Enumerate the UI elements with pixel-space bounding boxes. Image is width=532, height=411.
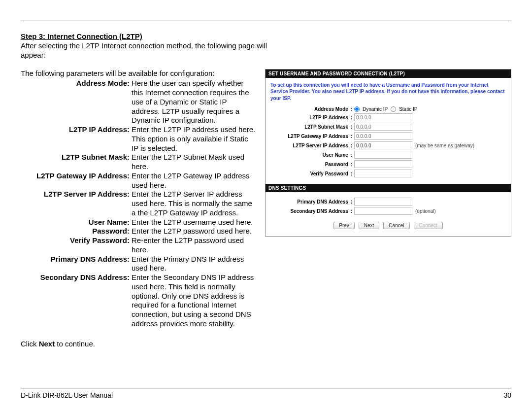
radio-static-ip[interactable] <box>391 106 396 112</box>
input-verify-password[interactable] <box>354 170 412 177</box>
radio-dynamic-ip[interactable] <box>354 106 360 112</box>
def-text-address-mode: Here the user can specify whether this I… <box>132 79 256 125</box>
right-column: SET USERNAME AND PASSWORD CONNECTION (L2… <box>265 69 511 349</box>
def-label-verify-password: Verify Password: <box>21 236 132 255</box>
input-password[interactable] <box>354 160 412 168</box>
row-l2tp-ip: L2TP IP Address : <box>270 113 506 121</box>
hint-optional: (optional) <box>415 208 436 214</box>
params-intro: The following parameters will be availab… <box>21 69 256 78</box>
input-username[interactable] <box>354 151 412 159</box>
connect-button: Connect <box>414 222 443 229</box>
row-verify-password: Verify Password : <box>270 170 506 177</box>
footer-left: D-Link DIR-862L User Manual <box>21 391 113 399</box>
footer-page-number: 30 <box>503 391 511 399</box>
row-primary-dns: Primary DNS Address : <box>270 198 506 206</box>
panel-info: To set up this connection you will need … <box>270 82 506 102</box>
def-label-secondary-dns: Secondary DNS Address: <box>21 273 132 329</box>
label-static-ip[interactable]: Static IP <box>399 106 417 112</box>
next-button[interactable]: Next <box>359 222 380 229</box>
footer-rule <box>21 388 511 388</box>
row-address-mode: Address Mode : Dynamic IP Static IP <box>270 106 506 112</box>
def-text-username: Enter the L2TP username used here. <box>132 218 256 227</box>
top-rule <box>21 21 511 21</box>
input-secondary-dns[interactable] <box>354 207 412 215</box>
def-text-verify-password: Re-enter the L2TP password used here. <box>132 236 256 255</box>
click-next-line: Click Next to continue. <box>21 340 256 349</box>
row-l2tp-gateway: L2TP Gateway IP Address : <box>270 132 506 140</box>
def-label-l2tp-subnet: L2TP Subnet Mask: <box>21 153 132 171</box>
row-secondary-dns: Secondary DNS Address : (optional) <box>270 207 506 215</box>
input-l2tp-gateway[interactable] <box>354 132 412 140</box>
row-l2tp-subnet: L2TP Subnet Mask : <box>270 123 506 131</box>
intro-text: After selecting the L2TP Internet connec… <box>21 41 277 60</box>
def-text-l2tp-subnet: Enter the L2TP Subnet Mask used here. <box>132 153 256 171</box>
def-label-l2tp-gateway: L2TP Gateway IP Address: <box>21 171 132 190</box>
label-dynamic-ip[interactable]: Dynamic IP <box>363 106 388 112</box>
config-panel: SET USERNAME AND PASSWORD CONNECTION (L2… <box>265 69 511 237</box>
def-text-password: Enter the L2TP password used here. <box>132 227 256 236</box>
panel-header-1: SET USERNAME AND PASSWORD CONNECTION (L2… <box>266 69 511 78</box>
prev-button[interactable]: Prev <box>333 222 355 229</box>
cancel-button[interactable]: Cancel <box>383 222 409 229</box>
input-l2tp-ip[interactable] <box>354 113 412 121</box>
def-label-password: Password: <box>21 227 132 236</box>
input-l2tp-server[interactable] <box>354 141 412 149</box>
panel-header-2: DNS SETTINGS <box>266 184 511 192</box>
input-l2tp-subnet[interactable] <box>354 123 412 131</box>
def-label-l2tp-ip: L2TP IP Address: <box>21 125 132 153</box>
def-text-l2tp-gateway: Enter the L2TP Gateway IP address used h… <box>132 171 256 190</box>
def-label-address-mode: Address Mode: <box>21 79 132 125</box>
def-text-primary-dns: Enter the Primary DNS IP address used he… <box>132 255 256 274</box>
def-label-l2tp-server: L2TP Server IP Address: <box>21 190 132 217</box>
def-text-l2tp-server: Enter the L2TP Server IP address used he… <box>132 190 256 217</box>
def-text-l2tp-ip: Enter the L2TP IP address used here. Thi… <box>132 125 256 153</box>
step-title: Step 3: Internet Connection (L2TP) <box>21 32 511 40</box>
def-text-secondary-dns: Enter the Secondary DNS IP address used … <box>132 273 256 329</box>
input-primary-dns[interactable] <box>354 198 412 206</box>
row-password: Password : <box>270 160 506 168</box>
def-label-primary-dns: Primary DNS Address: <box>21 255 132 274</box>
row-l2tp-server: L2TP Server IP Address : (may be same as… <box>270 141 506 149</box>
hint-server: (may be same as gateway) <box>415 143 474 148</box>
def-label-username: User Name: <box>21 218 132 227</box>
row-username: User Name : <box>270 151 506 159</box>
left-column: The following parameters will be availab… <box>21 69 256 349</box>
